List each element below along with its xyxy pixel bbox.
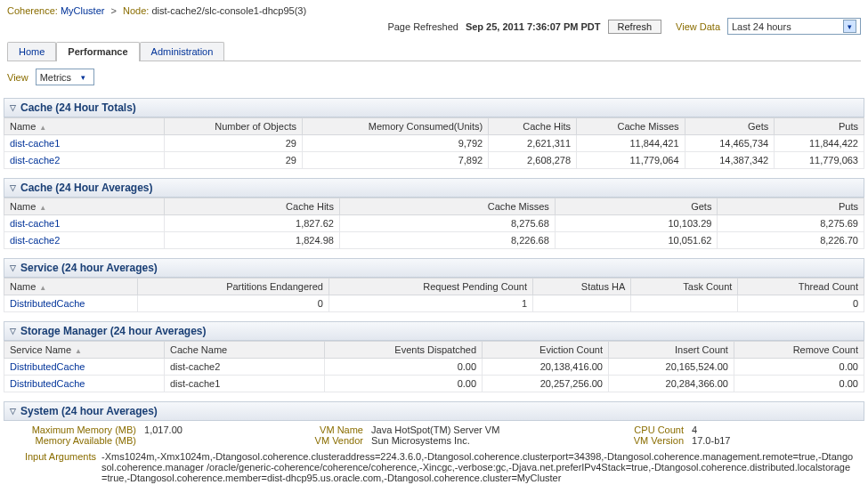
col-name[interactable]: Name▲ xyxy=(4,279,138,295)
cache-link[interactable]: dist-cache1 xyxy=(4,215,165,232)
disclose-icon: ▽ xyxy=(10,407,16,416)
tab-home[interactable]: Home xyxy=(7,42,56,61)
col-name[interactable]: Name▲ xyxy=(4,118,165,135)
cell xyxy=(533,295,631,312)
cache-link[interactable]: dist-cache1 xyxy=(4,135,165,152)
cell: 0.00 xyxy=(734,376,864,392)
cache-link[interactable]: dist-cache2 xyxy=(4,232,165,249)
view-data-select[interactable]: Last 24 hours ▾ xyxy=(727,18,861,35)
system-vm-name-val: Java HotSpot(TM) Server VM xyxy=(371,424,499,435)
cell: dist-cache2 xyxy=(165,359,325,376)
col-mem[interactable]: Memory Consumed(Units) xyxy=(302,118,488,135)
cell: 20,165,524.00 xyxy=(608,359,734,376)
breadcrumb-node-label: Node: xyxy=(123,5,149,16)
view-row: View Metrics ▾ xyxy=(0,61,868,93)
cell: 0.00 xyxy=(734,359,864,376)
section-system: ▽ System (24 hour Averages) Maximum Memo… xyxy=(4,401,864,483)
section-header-cache-avgs[interactable]: ▽ Cache (24 Hour Averages) xyxy=(4,178,864,198)
page-refreshed-time: Sep 25, 2011 7:36:07 PM PDT xyxy=(466,21,601,32)
system-vm-name-label: VM Name xyxy=(297,424,369,435)
breadcrumb-coherence-label: Coherence: xyxy=(7,5,58,16)
system-max-mem-val: 1,017.00 xyxy=(144,424,183,435)
col-gets[interactable]: Gets xyxy=(555,198,718,215)
cell: 7,892 xyxy=(302,152,488,169)
cell: 11,844,421 xyxy=(577,135,685,152)
tabs: Home Performance Administration xyxy=(7,40,861,61)
cell: 0.00 xyxy=(325,376,483,392)
section-title: Service (24 hour Averages) xyxy=(20,262,158,274)
service-link[interactable]: DistributedCache xyxy=(4,359,165,376)
breadcrumb: Coherence: MyCluster > Node: dist-cache2… xyxy=(0,0,868,16)
table-row: DistributedCache 0 1 0 xyxy=(4,295,864,312)
col-insert[interactable]: Insert Count xyxy=(608,342,734,359)
cell: 11,779,064 xyxy=(577,152,685,169)
tab-administration[interactable]: Administration xyxy=(140,42,225,61)
sort-asc-icon: ▲ xyxy=(39,204,46,212)
section-header-storage-mgr[interactable]: ▽ Storage Manager (24 hour Averages) xyxy=(4,321,864,341)
col-objs[interactable]: Number of Objects xyxy=(165,118,303,135)
section-header-cache-totals[interactable]: ▽ Cache (24 Hour Totals) xyxy=(4,98,864,117)
system-mem-avail-label: Memory Available (MB) xyxy=(12,435,142,446)
table-row: dist-cache2 1,824.98 8,226.68 10,051.62 … xyxy=(4,232,864,249)
system-cpu-count-val: 4 xyxy=(692,424,697,435)
disclose-icon: ▽ xyxy=(10,183,16,192)
col-remove[interactable]: Remove Count xyxy=(734,342,864,359)
cell: 2,608,278 xyxy=(489,152,577,169)
section-cache-totals: ▽ Cache (24 Hour Totals) Name▲ Number of… xyxy=(4,98,864,169)
cell: 1,824.98 xyxy=(165,232,340,249)
cell: 9,792 xyxy=(302,135,488,152)
metrics-select[interactable]: Metrics ▾ xyxy=(36,69,94,85)
cell: 20,257,256.00 xyxy=(483,376,609,392)
cell: 20,138,416.00 xyxy=(483,359,609,376)
cell: 10,103.29 xyxy=(555,215,718,232)
section-header-system[interactable]: ▽ System (24 hour Averages) xyxy=(4,401,864,421)
col-gets[interactable]: Gets xyxy=(685,118,775,135)
cell xyxy=(631,295,738,312)
col-puts[interactable]: Puts xyxy=(775,118,864,135)
col-misses[interactable]: Cache Misses xyxy=(577,118,685,135)
col-pending[interactable]: Request Pending Count xyxy=(329,279,532,295)
system-vm-vendor-label: VM Vendor xyxy=(297,435,369,446)
cell: 1,827.62 xyxy=(165,215,340,232)
section-title: Storage Manager (24 hour Averages) xyxy=(20,325,207,337)
col-svc[interactable]: Service Name▲ xyxy=(4,342,165,359)
view-data-value: Last 24 hours xyxy=(732,21,791,32)
col-thread[interactable]: Thread Count xyxy=(738,279,864,295)
section-title: Cache (24 Hour Totals) xyxy=(20,101,136,114)
col-puts[interactable]: Puts xyxy=(718,198,864,215)
cell: 8,275.69 xyxy=(718,215,864,232)
section-title: System (24 hour Averages) xyxy=(20,405,158,417)
view-label: View xyxy=(7,72,28,83)
system-input-args-label: Input Arguments xyxy=(12,451,101,483)
table-row: dist-cache1 1,827.62 8,275.68 10,103.29 … xyxy=(4,215,864,232)
refresh-button[interactable]: Refresh xyxy=(608,20,662,34)
breadcrumb-node: dist-cache2/slc-console1-dhcp95(3) xyxy=(151,5,306,16)
tab-performance[interactable]: Performance xyxy=(56,42,139,61)
col-cache[interactable]: Cache Name xyxy=(165,342,325,359)
cell: 8,275.68 xyxy=(339,215,555,232)
col-statusha[interactable]: Status HA xyxy=(533,279,631,295)
table-row: DistributedCache dist-cache2 0.00 20,138… xyxy=(4,359,864,376)
service-link[interactable]: DistributedCache xyxy=(4,295,138,312)
chevron-down-icon: ▾ xyxy=(843,20,856,33)
section-cache-avgs: ▽ Cache (24 Hour Averages) Name▲ Cache H… xyxy=(4,178,864,249)
view-data-label: View Data xyxy=(676,21,720,32)
cache-link[interactable]: dist-cache2 xyxy=(4,152,165,169)
service-link[interactable]: DistributedCache xyxy=(4,376,165,392)
col-hits[interactable]: Cache Hits xyxy=(165,198,340,215)
system-vm-version-val: 17.0-b17 xyxy=(692,435,730,446)
section-header-service-avgs[interactable]: ▽ Service (24 hour Averages) xyxy=(4,258,864,278)
col-events[interactable]: Events Dispatched xyxy=(325,342,483,359)
col-misses[interactable]: Cache Misses xyxy=(339,198,555,215)
col-eviction[interactable]: Eviction Count xyxy=(483,342,609,359)
col-name[interactable]: Name▲ xyxy=(4,198,165,215)
col-partitions[interactable]: Partitions Endangered xyxy=(138,279,329,295)
chevron-down-icon: ▾ xyxy=(77,70,90,84)
breadcrumb-cluster-link[interactable]: MyCluster xyxy=(61,5,105,16)
cell: 29 xyxy=(165,152,303,169)
cell: 14,387,342 xyxy=(685,152,775,169)
table-row: dist-cache2 29 7,892 2,608,278 11,779,06… xyxy=(4,152,864,169)
col-hits[interactable]: Cache Hits xyxy=(489,118,577,135)
col-task[interactable]: Task Count xyxy=(631,279,738,295)
cell: 0.00 xyxy=(325,359,483,376)
